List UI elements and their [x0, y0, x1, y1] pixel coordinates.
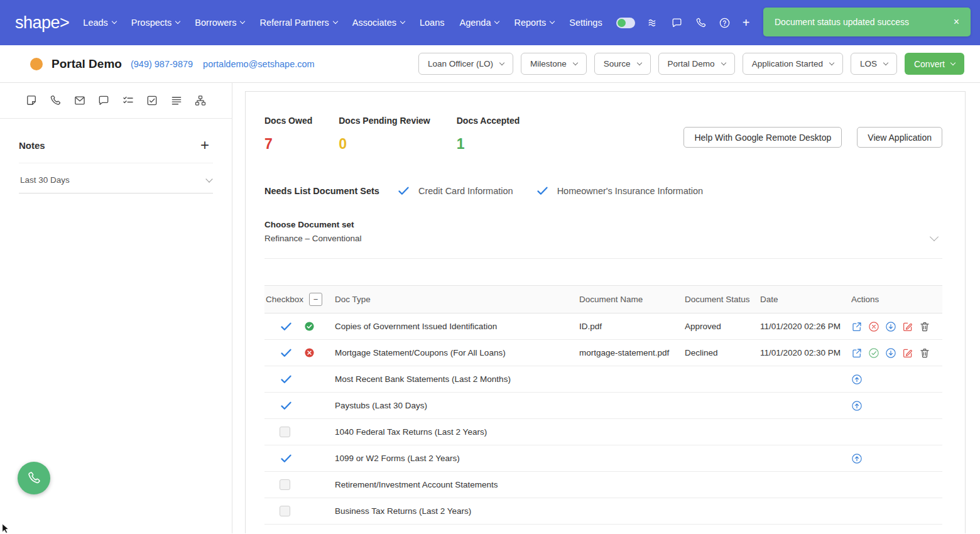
edit-document-icon[interactable]	[902, 347, 913, 359]
document-row: 1040 Federal Tax Returns (Last 2 Years)	[264, 419, 942, 445]
filter-button-group: Loan Officer (LO)MilestoneSourcePortal D…	[418, 53, 897, 75]
stat-docs-owed: Docs Owed 7	[264, 116, 312, 153]
chat-icon[interactable]	[97, 94, 110, 107]
row-checkbox-checked[interactable]	[280, 373, 293, 386]
contact-header: Portal Demo (949) 987-9879 portaldemo@se…	[0, 45, 980, 83]
needs-list-title: Needs List Document Sets	[264, 186, 379, 196]
shape-logo[interactable]: shape>	[15, 13, 69, 33]
notes-filter-dropdown[interactable]: Last 30 Days	[19, 167, 213, 193]
filter-loan-officer-lo[interactable]: Loan Officer (LO)	[418, 53, 513, 75]
phone-icon[interactable]	[49, 94, 62, 107]
document-set-dropdown[interactable]: Choose Document set Refinance – Conventi…	[264, 220, 942, 259]
chosen-document-set-value: Refinance – Conventional	[264, 234, 942, 243]
note-icon[interactable]	[25, 94, 38, 107]
filter-application-started[interactable]: Application Started	[743, 53, 843, 75]
download-document-icon[interactable]	[885, 347, 896, 359]
nav-item-settings[interactable]: Settings	[569, 18, 602, 28]
table-header-row: Checkbox − Doc Type Document Name Docume…	[264, 285, 942, 313]
nav-item-reports[interactable]: Reports	[514, 18, 554, 28]
notes-filter-value: Last 30 Days	[20, 175, 70, 185]
doc-type: Most Recent Bank Statements (Last 2 Mont…	[335, 374, 579, 384]
chevron-down-icon	[499, 60, 504, 65]
call-fab-button[interactable]	[18, 462, 50, 494]
upload-document-icon[interactable]	[851, 400, 863, 411]
queue-icon[interactable]	[647, 17, 659, 29]
nav-item-leads[interactable]: Leads	[83, 18, 116, 28]
actions-cell	[851, 400, 942, 411]
column-header-document-status: Document Status	[685, 295, 760, 304]
download-document-icon[interactable]	[885, 321, 896, 332]
checkbox-icon[interactable]	[146, 94, 158, 107]
check-icon	[536, 184, 549, 197]
chat-icon[interactable]	[671, 17, 683, 29]
nav-item-agenda[interactable]: Agenda	[459, 18, 499, 28]
doc-type: Paystubs (Last 30 Days)	[335, 401, 579, 410]
document-row: Retirement/Investment Account Statements	[264, 472, 942, 498]
help-remote-desktop-button[interactable]: Help With Google Remote Desktop	[683, 127, 842, 148]
row-checkbox-checked[interactable]	[280, 346, 293, 359]
row-checkbox-checked[interactable]	[280, 320, 293, 333]
help-icon[interactable]	[719, 17, 731, 29]
delete-document-icon[interactable]	[919, 347, 930, 359]
chevron-down-icon	[829, 60, 834, 65]
document-row: Business Tax Returns (Last 2 Years)	[264, 498, 942, 525]
filter-milestone[interactable]: Milestone	[521, 53, 587, 75]
open-document-icon[interactable]	[851, 347, 863, 359]
open-document-icon[interactable]	[851, 321, 863, 332]
checklist-icon[interactable]	[122, 94, 134, 107]
filter-los[interactable]: LOS	[851, 53, 897, 75]
toast-close-icon[interactable]: ×	[951, 15, 962, 29]
documents-table: Checkbox − Doc Type Document Name Docume…	[264, 285, 942, 525]
deselect-all-button[interactable]: −	[309, 293, 322, 306]
document-row: 1099 or W2 Forms (Last 2 Years)	[264, 445, 942, 472]
chevron-down-icon	[333, 19, 338, 24]
checkbox-cell	[264, 346, 335, 359]
phone-icon[interactable]	[695, 17, 707, 29]
list-icon[interactable]	[170, 94, 183, 107]
chevron-down-icon	[175, 19, 180, 24]
nav-item-loans[interactable]: Loans	[420, 18, 445, 28]
row-checkbox-unchecked[interactable]	[280, 506, 290, 516]
toggle-icon[interactable]	[616, 18, 635, 28]
approve-document-icon[interactable]	[868, 347, 879, 359]
row-checkbox-unchecked[interactable]	[280, 479, 290, 490]
add-note-button[interactable]: +	[200, 138, 209, 153]
chevron-down-icon	[400, 19, 405, 24]
chevron-down-icon	[950, 60, 956, 65]
edit-document-icon[interactable]	[902, 321, 913, 332]
column-header-date: Date	[760, 295, 851, 304]
row-checkbox-checked[interactable]	[280, 399, 293, 412]
row-checkbox-checked[interactable]	[280, 452, 293, 465]
view-application-button[interactable]: View Application	[857, 127, 942, 148]
docs-owed-count: 7	[264, 136, 312, 153]
contact-email-link[interactable]: portaldemo@setshape.com	[203, 59, 315, 69]
column-header-doc-type: Doc Type	[335, 295, 579, 304]
document-name: ID.pdf	[579, 322, 685, 331]
document-set-homeowner-s-insurance-information[interactable]: Homeowner's Insurance Information	[536, 184, 703, 197]
filter-source[interactable]: Source	[594, 53, 651, 75]
document-date: 11/01/2020 02:26 PM	[760, 322, 851, 331]
nav-item-prospects[interactable]: Prospects	[131, 18, 180, 28]
toast-message: Document status updated success	[775, 17, 909, 27]
nav-item-borrowers[interactable]: Borrowers	[195, 18, 244, 28]
actions-cell	[851, 374, 942, 385]
row-checkbox-unchecked[interactable]	[280, 427, 290, 437]
upload-document-icon[interactable]	[851, 374, 863, 385]
contact-phone-link[interactable]: (949) 987-9879	[131, 59, 193, 69]
document-set-credit-card-information[interactable]: Credit Card Information	[397, 184, 513, 197]
mail-icon[interactable]	[74, 94, 86, 107]
add-icon[interactable]: +	[743, 16, 750, 29]
document-name: mortgage-statement.pdf	[579, 348, 685, 357]
upload-document-icon[interactable]	[851, 453, 863, 464]
stat-docs-accepted: Docs Accepted 1	[457, 116, 520, 153]
document-row: Paystubs (Last 30 Days)	[264, 393, 942, 419]
decline-document-icon[interactable]	[868, 321, 879, 332]
nav-item-referral-partners[interactable]: Referral Partners	[259, 18, 337, 28]
filter-portal-demo[interactable]: Portal Demo	[658, 53, 735, 75]
nav-item-associates[interactable]: Associates	[352, 18, 405, 28]
org-chart-icon[interactable]	[194, 94, 207, 107]
delete-document-icon[interactable]	[919, 321, 930, 332]
chevron-down-icon	[550, 19, 555, 24]
header-controls: Loan Officer (LO)MilestoneSourcePortal D…	[418, 53, 964, 75]
convert-button[interactable]: Convert	[905, 53, 964, 75]
